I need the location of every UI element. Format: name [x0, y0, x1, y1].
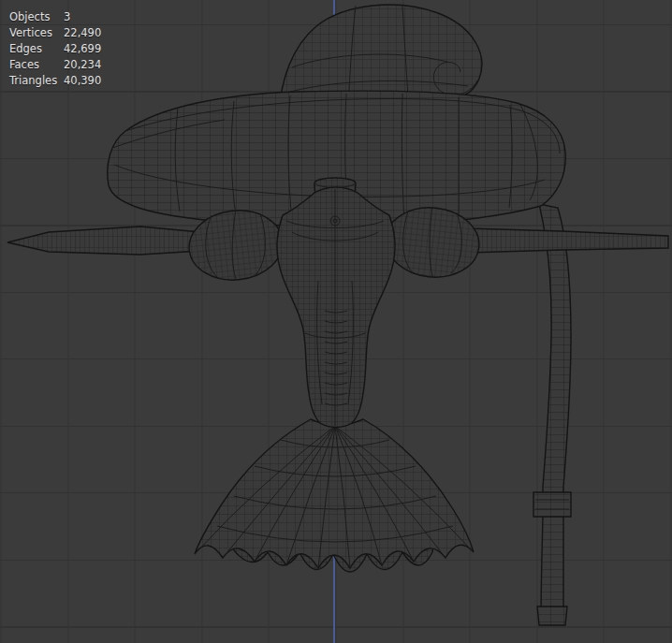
- stat-label-triangles: Triangles: [9, 75, 62, 86]
- skirt: [195, 419, 474, 568]
- bodice: [277, 187, 395, 428]
- wireframe-mesh[interactable]: [0, 0, 672, 643]
- left-arm: [7, 227, 202, 255]
- stat-label-objects: Objects: [9, 11, 62, 22]
- stat-label-vertices: Vertices: [9, 27, 62, 38]
- right-arm: [466, 228, 668, 253]
- stat-label-edges: Edges: [9, 43, 62, 54]
- hat-strap: [533, 204, 571, 625]
- stat-value-faces: 20,234: [64, 59, 101, 70]
- 3d-viewport[interactable]: Objects 3 Vertices 22,490 Edges 42,699 F…: [0, 0, 672, 643]
- statistics-overlay: Objects 3 Vertices 22,490 Edges 42,699 F…: [9, 11, 101, 86]
- stat-value-triangles: 40,390: [64, 75, 101, 86]
- stat-value-vertices: 22,490: [64, 27, 101, 38]
- stat-label-faces: Faces: [9, 59, 62, 70]
- stat-value-objects: 3: [64, 11, 101, 22]
- stat-value-edges: 42,699: [64, 43, 101, 54]
